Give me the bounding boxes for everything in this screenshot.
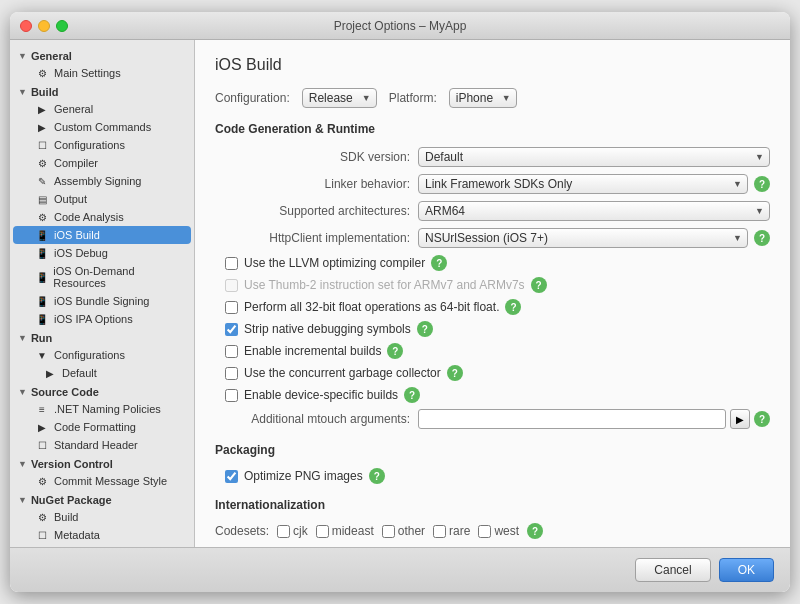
phone-icon: 📱 — [35, 272, 48, 283]
linker-select[interactable]: Link Framework SDKs Only — [418, 174, 748, 194]
png-help-icon[interactable]: ? — [369, 468, 385, 484]
sidebar-item-main-settings[interactable]: ⚙ Main Settings — [13, 64, 191, 82]
panel-title: iOS Build — [215, 56, 770, 74]
sidebar-group-general[interactable]: ▼ General — [10, 46, 194, 64]
maximize-button[interactable] — [56, 20, 68, 32]
sidebar-item-run-default[interactable]: ▶ Default — [13, 364, 191, 382]
sdk-dropdown: Default ▼ — [418, 147, 770, 167]
http-help-icon[interactable]: ? — [754, 230, 770, 246]
sidebar-group-nuget[interactable]: ▼ NuGet Package — [10, 490, 194, 508]
sidebar-item-ios-debug[interactable]: 📱 iOS Debug — [13, 244, 191, 262]
linker-row: Linker behavior: Link Framework SDKs Onl… — [215, 174, 770, 194]
cjk-checkbox[interactable] — [277, 525, 290, 538]
gear-icon: ⚙ — [35, 476, 49, 487]
minimize-button[interactable] — [38, 20, 50, 32]
llvm-help-icon[interactable]: ? — [431, 255, 447, 271]
mtouch-play-button[interactable]: ▶ — [730, 409, 750, 429]
thumb-row: Use Thumb-2 instruction set for ARMv7 an… — [215, 277, 770, 293]
ok-button[interactable]: OK — [719, 558, 774, 582]
sdk-select[interactable]: Default — [418, 147, 770, 167]
mtouch-text-input[interactable] — [418, 409, 726, 429]
incremental-help-icon[interactable]: ? — [387, 343, 403, 359]
sidebar-group-build[interactable]: ▼ Build — [10, 82, 194, 100]
sidebar-item-ios-ondemand[interactable]: 📱 iOS On-Demand Resources — [13, 262, 191, 292]
play-icon: ▶ — [43, 368, 57, 379]
sidebar-item-code-analysis[interactable]: ⚙ Code Analysis — [13, 208, 191, 226]
sidebar-item-ios-bundle-signing[interactable]: 📱 iOS Bundle Signing — [13, 292, 191, 310]
sidebar-item-code-formatting[interactable]: ▶ Code Formatting — [13, 418, 191, 436]
platform-select-wrap: iPhone ▼ — [449, 88, 517, 108]
sidebar: ▼ General ⚙ Main Settings ▼ Build ▶ Gene… — [10, 40, 195, 547]
float-help-icon[interactable]: ? — [505, 299, 521, 315]
west-checkbox[interactable] — [478, 525, 491, 538]
rare-checkbox[interactable] — [433, 525, 446, 538]
other-label: other — [398, 524, 425, 538]
west-label: west — [494, 524, 519, 538]
sidebar-item-standard-header[interactable]: ☐ Standard Header — [13, 436, 191, 454]
strip-help-icon[interactable]: ? — [417, 321, 433, 337]
sidebar-item-output[interactable]: ▤ Output — [13, 190, 191, 208]
strip-label: Strip native debugging symbols — [244, 322, 411, 336]
config-select-wrap: Release ▼ — [302, 88, 377, 108]
http-select[interactable]: NSUrlSession (iOS 7+) — [418, 228, 748, 248]
footer: Cancel OK — [10, 547, 790, 592]
arrow-icon: ▼ — [18, 333, 27, 343]
sdk-value: Default ▼ — [418, 147, 770, 167]
mideast-checkbox[interactable] — [316, 525, 329, 538]
sidebar-group-run[interactable]: ▼ Run — [10, 328, 194, 346]
i18n-section-header: Internationalization — [215, 498, 770, 515]
sidebar-item-build-general[interactable]: ▶ General — [13, 100, 191, 118]
thumb-help-icon[interactable]: ? — [531, 277, 547, 293]
settings-icon: ⚙ — [35, 68, 49, 79]
sidebar-item-nuget-metadata[interactable]: ☐ Metadata — [13, 526, 191, 544]
sidebar-group-source-code[interactable]: ▼ Source Code — [10, 382, 194, 400]
incremental-checkbox[interactable] — [225, 345, 238, 358]
png-checkbox[interactable] — [225, 470, 238, 483]
sidebar-group-run-label: Run — [31, 332, 52, 344]
arrow-icon: ▼ — [18, 495, 27, 505]
arrow-icon: ▼ — [18, 387, 27, 397]
arrow-icon: ▼ — [18, 459, 27, 469]
platform-select[interactable]: iPhone — [449, 88, 517, 108]
sidebar-item-nuget-build[interactable]: ⚙ Build — [13, 508, 191, 526]
device-row: Enable device-specific builds ? — [215, 387, 770, 403]
checkbox-icon: ☐ — [35, 140, 49, 151]
i18n-help-icon[interactable]: ? — [527, 523, 543, 539]
mtouch-help-icon[interactable]: ? — [754, 411, 770, 427]
codeset-other: other — [382, 524, 425, 538]
sidebar-item-ios-ipa[interactable]: 📱 iOS IPA Options — [13, 310, 191, 328]
packaging-section-header: Packaging — [215, 443, 770, 460]
http-row: HttpClient implementation: NSUrlSession … — [215, 228, 770, 248]
sidebar-item-run-configurations[interactable]: ▼ Configurations — [13, 346, 191, 364]
checkbox-icon: ☐ — [35, 440, 49, 451]
sidebar-item-net-naming[interactable]: ≡ .NET Naming Policies — [13, 400, 191, 418]
sidebar-group-version-control[interactable]: ▼ Version Control — [10, 454, 194, 472]
mtouch-row: Additional mtouch arguments: ▶ ? — [215, 409, 770, 429]
arch-select[interactable]: ARM64 — [418, 201, 770, 221]
sidebar-item-custom-commands[interactable]: ▶ Custom Commands — [13, 118, 191, 136]
arch-row: Supported architectures: ARM64 ▼ — [215, 201, 770, 221]
cancel-button[interactable]: Cancel — [635, 558, 710, 582]
sidebar-item-commit-message[interactable]: ⚙ Commit Message Style — [13, 472, 191, 490]
strip-checkbox[interactable] — [225, 323, 238, 336]
thumb-checkbox[interactable] — [225, 279, 238, 292]
codeset-rare: rare — [433, 524, 470, 538]
gc-checkbox[interactable] — [225, 367, 238, 380]
device-checkbox[interactable] — [225, 389, 238, 402]
platform-label: Platform: — [389, 91, 437, 105]
linker-help-icon[interactable]: ? — [754, 176, 770, 192]
device-help-icon[interactable]: ? — [404, 387, 420, 403]
sidebar-item-ios-build[interactable]: 📱 iOS Build — [13, 226, 191, 244]
llvm-checkbox[interactable] — [225, 257, 238, 270]
sidebar-item-assembly-signing[interactable]: ✎ Assembly Signing — [13, 172, 191, 190]
other-checkbox[interactable] — [382, 525, 395, 538]
gc-help-icon[interactable]: ? — [447, 365, 463, 381]
config-select[interactable]: Release — [302, 88, 377, 108]
arch-value: ARM64 ▼ — [418, 201, 770, 221]
sidebar-item-compiler[interactable]: ⚙ Compiler — [13, 154, 191, 172]
arch-label: Supported architectures: — [215, 204, 410, 218]
gc-row: Use the concurrent garbage collector ? — [215, 365, 770, 381]
close-button[interactable] — [20, 20, 32, 32]
float-checkbox[interactable] — [225, 301, 238, 314]
sidebar-item-configurations[interactable]: ☐ Configurations — [13, 136, 191, 154]
